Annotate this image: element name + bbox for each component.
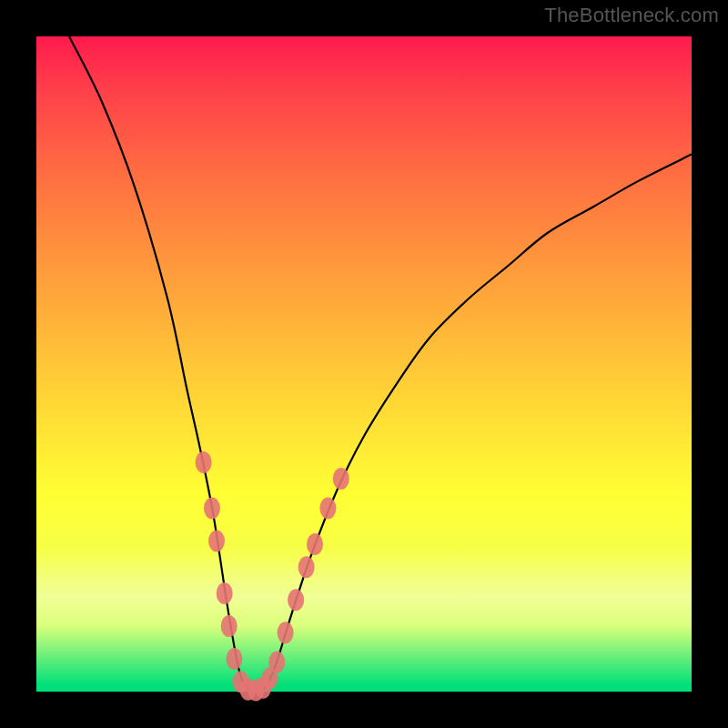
marker-dot [298,556,315,578]
markers-group [196,451,349,702]
marker-dot [233,671,249,693]
marker-dot [307,533,323,555]
glow-band [36,548,692,630]
marker-dot [268,652,285,673]
marker-dot [261,668,278,690]
bottleneck-curve [69,36,692,693]
marker-dot [240,679,257,701]
marker-dot [319,497,336,519]
marker-dot [278,622,294,643]
marker-dot [208,530,225,551]
marker-dot [288,589,304,611]
chart-svg [36,36,692,692]
marker-dot [248,680,264,702]
marker-dot [333,468,349,490]
watermark-text: TheBottleneck.com [544,4,719,27]
marker-dot [196,451,212,473]
marker-dot [221,615,238,637]
plot-area [36,36,692,692]
chart-canvas: TheBottleneck.com [0,0,728,728]
marker-dot [204,497,220,519]
marker-dot [217,582,233,604]
marker-dot [255,677,271,699]
marker-dot [226,648,242,670]
